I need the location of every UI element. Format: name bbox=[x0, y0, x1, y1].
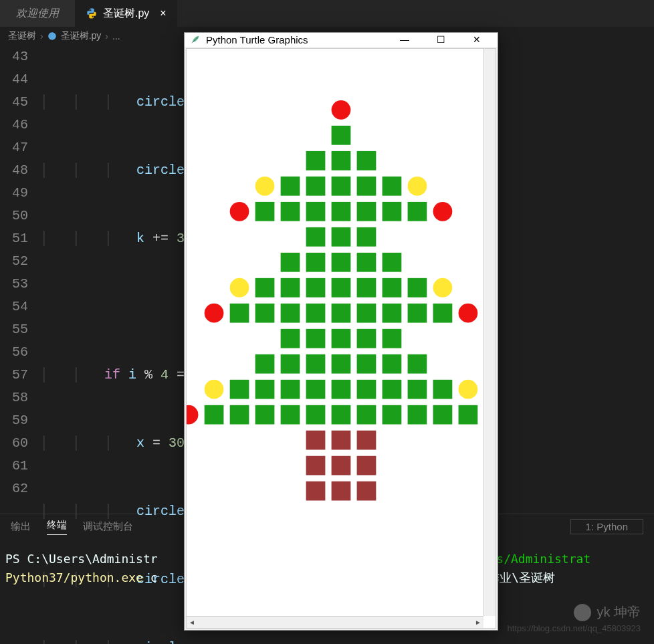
svg-rect-78 bbox=[383, 405, 402, 424]
minimize-button[interactable]: — bbox=[389, 34, 420, 45]
svg-rect-36 bbox=[408, 278, 427, 297]
svg-rect-80 bbox=[433, 405, 453, 424]
svg-rect-32 bbox=[306, 278, 326, 297]
svg-rect-58 bbox=[332, 354, 351, 373]
svg-rect-24 bbox=[357, 227, 376, 246]
scrollbar-vertical[interactable] bbox=[483, 49, 496, 616]
svg-rect-33 bbox=[332, 278, 351, 297]
svg-rect-76 bbox=[332, 405, 351, 424]
svg-rect-8 bbox=[332, 177, 351, 196]
line-gutter: 434445 464748 495051 525354 555657 58596… bbox=[0, 45, 40, 514]
tab-file[interactable]: 圣诞树.py × bbox=[75, 0, 177, 27]
svg-rect-93 bbox=[332, 481, 351, 500]
svg-rect-40 bbox=[306, 303, 326, 322]
svg-rect-26 bbox=[306, 252, 326, 272]
python-icon bbox=[47, 31, 57, 41]
svg-rect-72 bbox=[230, 405, 249, 424]
svg-rect-74 bbox=[281, 405, 300, 424]
svg-rect-13 bbox=[306, 201, 326, 221]
feather-icon bbox=[190, 34, 201, 45]
svg-rect-3 bbox=[306, 151, 326, 171]
code-line: │ │ │ circle bbox=[40, 637, 654, 644]
svg-rect-50 bbox=[281, 328, 300, 348]
svg-rect-11 bbox=[255, 201, 275, 221]
svg-rect-38 bbox=[255, 303, 275, 322]
tab-debug[interactable]: 调试控制台 bbox=[83, 520, 133, 533]
svg-rect-35 bbox=[383, 278, 402, 297]
svg-rect-31 bbox=[281, 278, 300, 297]
watermark-url: https://blog.csdn.net/qq_45803923 bbox=[508, 623, 641, 633]
editor-tabs: 欢迎使用 圣诞树.py × bbox=[0, 0, 654, 27]
svg-rect-59 bbox=[357, 354, 376, 373]
svg-rect-14 bbox=[332, 201, 351, 221]
svg-rect-51 bbox=[306, 328, 326, 348]
svg-point-20 bbox=[230, 201, 249, 221]
tree-drawing bbox=[187, 49, 496, 628]
tab-terminal[interactable]: 终端 bbox=[47, 519, 67, 535]
svg-rect-60 bbox=[383, 354, 402, 373]
tab-welcome-label: 欢迎使用 bbox=[16, 7, 59, 21]
svg-rect-55 bbox=[255, 354, 275, 373]
svg-point-19 bbox=[408, 177, 427, 196]
svg-rect-5 bbox=[357, 151, 376, 171]
svg-point-1 bbox=[332, 100, 351, 120]
svg-rect-77 bbox=[357, 405, 376, 424]
svg-rect-70 bbox=[433, 379, 453, 399]
watermark-text: yk 坤帝 bbox=[596, 603, 641, 621]
svg-point-46 bbox=[230, 278, 249, 297]
bc-file[interactable]: 圣诞树.py bbox=[61, 30, 102, 42]
svg-rect-23 bbox=[332, 227, 351, 246]
svg-rect-67 bbox=[357, 379, 376, 399]
scrollbar-horizontal[interactable]: ◄► bbox=[187, 616, 483, 628]
chevron-right-icon: › bbox=[105, 31, 108, 41]
svg-rect-87 bbox=[332, 430, 351, 449]
svg-point-47 bbox=[433, 278, 453, 297]
svg-rect-16 bbox=[383, 201, 402, 221]
svg-rect-64 bbox=[281, 379, 300, 399]
tab-file-label: 圣诞树.py bbox=[103, 7, 149, 21]
close-icon[interactable]: × bbox=[160, 7, 166, 19]
svg-rect-43 bbox=[383, 303, 402, 322]
svg-rect-4 bbox=[332, 151, 351, 171]
svg-point-21 bbox=[433, 201, 453, 221]
wechat-icon bbox=[574, 604, 591, 621]
svg-rect-34 bbox=[357, 278, 376, 297]
terminal-selector[interactable]: 1: Python bbox=[570, 519, 643, 534]
svg-rect-90 bbox=[332, 455, 351, 475]
tab-welcome[interactable]: 欢迎使用 bbox=[0, 0, 75, 27]
close-button[interactable]: ✕ bbox=[461, 34, 492, 45]
svg-rect-79 bbox=[408, 405, 427, 424]
svg-rect-25 bbox=[281, 252, 300, 272]
svg-rect-75 bbox=[306, 405, 326, 424]
svg-rect-57 bbox=[306, 354, 326, 373]
svg-rect-71 bbox=[205, 405, 224, 424]
svg-point-49 bbox=[459, 303, 478, 322]
svg-rect-92 bbox=[306, 481, 326, 500]
svg-rect-9 bbox=[357, 177, 376, 196]
svg-point-83 bbox=[459, 379, 478, 399]
svg-rect-61 bbox=[408, 354, 427, 373]
maximize-button[interactable]: ☐ bbox=[425, 34, 456, 45]
tab-output[interactable]: 输出 bbox=[11, 520, 31, 533]
svg-point-18 bbox=[255, 177, 275, 196]
svg-point-48 bbox=[205, 303, 224, 322]
turtle-window[interactable]: Python Turtle Graphics — ☐ ✕ ◄► bbox=[184, 32, 498, 631]
bc-folder[interactable]: 圣诞树 bbox=[8, 30, 36, 42]
svg-rect-15 bbox=[357, 201, 376, 221]
svg-point-82 bbox=[205, 379, 224, 399]
svg-rect-91 bbox=[357, 455, 376, 475]
svg-point-0 bbox=[48, 32, 56, 40]
svg-rect-56 bbox=[281, 354, 300, 373]
svg-rect-69 bbox=[408, 379, 427, 399]
turtle-titlebar[interactable]: Python Turtle Graphics — ☐ ✕ bbox=[185, 33, 498, 47]
svg-rect-17 bbox=[408, 201, 427, 221]
svg-rect-6 bbox=[281, 177, 300, 196]
svg-rect-88 bbox=[357, 430, 376, 449]
bc-more[interactable]: ... bbox=[112, 31, 120, 41]
svg-rect-10 bbox=[383, 177, 402, 196]
svg-rect-44 bbox=[408, 303, 427, 322]
svg-rect-27 bbox=[332, 252, 351, 272]
svg-rect-73 bbox=[255, 405, 275, 424]
svg-rect-2 bbox=[332, 126, 351, 145]
svg-rect-65 bbox=[306, 379, 326, 399]
